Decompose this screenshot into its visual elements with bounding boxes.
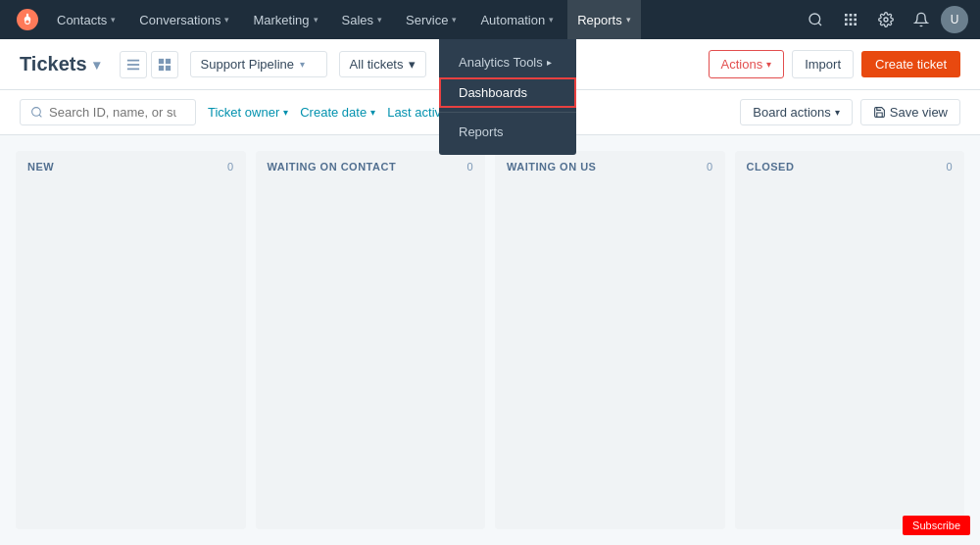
dropdown-item-reports[interactable]: Reports <box>439 117 576 147</box>
svg-point-3 <box>809 14 820 25</box>
svg-rect-21 <box>165 65 170 70</box>
title-caret: ▾ <box>93 57 100 73</box>
nav-right-icons: U <box>800 4 968 35</box>
column-body-waiting-contact <box>256 182 486 378</box>
filter-caret: ▾ <box>409 57 416 72</box>
column-header-waiting-contact: WAITING ON CONTACT 0 <box>256 151 486 182</box>
svg-point-2 <box>25 21 28 24</box>
nav-item-contacts[interactable]: Contacts ▾ <box>47 0 125 39</box>
top-nav: Contacts ▾ Conversations ▾ Marketing ▾ S… <box>0 0 980 39</box>
hubspot-logo[interactable] <box>12 4 43 35</box>
svg-rect-16 <box>126 64 138 66</box>
list-view-icon[interactable] <box>120 51 147 78</box>
board-actions-button[interactable]: Board actions ▾ <box>740 99 853 125</box>
nav-item-conversations[interactable]: Conversations ▾ <box>129 0 239 39</box>
nav-item-marketing[interactable]: Marketing ▾ <box>243 0 327 39</box>
ticket-board: NEW 0 WAITING ON CONTACT 0 WAITING ON US… <box>0 135 980 545</box>
filter-right-actions: Board actions ▾ Save view <box>740 99 960 125</box>
svg-rect-6 <box>850 14 853 17</box>
svg-rect-10 <box>854 19 857 22</box>
svg-rect-19 <box>165 58 170 63</box>
notifications-icon-btn[interactable] <box>906 4 937 35</box>
column-body-waiting-us <box>495 182 725 378</box>
owner-caret: ▾ <box>283 107 288 118</box>
search-box <box>20 99 196 125</box>
column-body-closed <box>735 182 965 378</box>
nav-item-service[interactable]: Service ▾ <box>396 0 466 39</box>
svg-point-22 <box>32 108 41 117</box>
date-caret: ▾ <box>370 107 375 118</box>
import-button[interactable]: Import <box>792 50 854 78</box>
page-title: Tickets ▾ <box>20 53 100 75</box>
svg-rect-9 <box>850 19 853 22</box>
svg-rect-20 <box>158 65 163 70</box>
column-waiting-on-us: WAITING ON US 0 <box>495 151 725 529</box>
column-closed: CLOSED 0 <box>735 151 965 529</box>
svg-rect-8 <box>845 19 848 22</box>
svg-rect-12 <box>850 23 853 25</box>
svg-rect-15 <box>126 59 138 61</box>
svg-rect-11 <box>845 23 848 25</box>
save-view-button[interactable]: Save view <box>860 99 960 125</box>
apps-icon-btn[interactable] <box>835 4 866 35</box>
save-icon <box>873 106 886 119</box>
svg-line-4 <box>818 23 821 25</box>
reports-dropdown: Analytics Tools ▸ Dashboards Reports <box>439 39 576 155</box>
svg-rect-18 <box>158 58 163 63</box>
nav-item-reports[interactable]: Reports ▾ <box>567 0 641 39</box>
toolbar-right-actions: Actions ▾ Import Create ticket <box>709 50 960 78</box>
actions-button[interactable]: Actions ▾ <box>709 50 785 78</box>
column-header-closed: CLOSED 0 <box>735 151 965 182</box>
column-body-new <box>16 182 246 378</box>
board-actions-caret: ▾ <box>835 107 840 118</box>
dropdown-item-analytics-tools[interactable]: Analytics Tools ▸ <box>439 47 576 77</box>
column-waiting-on-contact: WAITING ON CONTACT 0 <box>256 151 486 529</box>
ticket-filter-select[interactable]: All tickets ▾ <box>339 51 427 77</box>
search-input[interactable] <box>49 105 176 120</box>
search-icon-btn[interactable] <box>800 4 831 35</box>
svg-rect-5 <box>845 14 848 17</box>
svg-rect-17 <box>126 68 138 70</box>
youtube-subscribe-button[interactable]: Subscribe <box>903 516 970 535</box>
avatar[interactable]: U <box>941 6 968 33</box>
create-ticket-button[interactable]: Create ticket <box>861 51 960 77</box>
settings-icon-btn[interactable] <box>870 4 902 35</box>
pipeline-select[interactable]: Support Pipeline ▾ <box>190 51 327 77</box>
svg-rect-13 <box>854 23 857 25</box>
dropdown-divider <box>439 112 576 113</box>
arrow-icon: ▸ <box>547 57 552 68</box>
ticket-owner-filter[interactable]: Ticket owner ▾ <box>208 105 288 120</box>
nav-item-automation[interactable]: Automation ▾ <box>470 0 564 39</box>
pipeline-caret: ▾ <box>300 59 305 70</box>
view-icons <box>120 51 178 78</box>
dropdown-item-dashboards[interactable]: Dashboards <box>439 77 576 108</box>
create-date-filter[interactable]: Create date ▾ <box>300 105 375 120</box>
svg-line-23 <box>39 115 41 117</box>
grid-view-icon[interactable] <box>151 51 178 78</box>
column-header-new: NEW 0 <box>16 151 246 182</box>
column-header-waiting-us: WAITING ON US 0 <box>495 151 725 182</box>
column-new: NEW 0 <box>16 151 246 529</box>
search-icon <box>30 106 43 119</box>
nav-item-sales[interactable]: Sales ▾ <box>332 0 393 39</box>
svg-rect-7 <box>854 14 857 17</box>
actions-caret: ▾ <box>766 59 771 70</box>
svg-point-14 <box>884 18 888 22</box>
